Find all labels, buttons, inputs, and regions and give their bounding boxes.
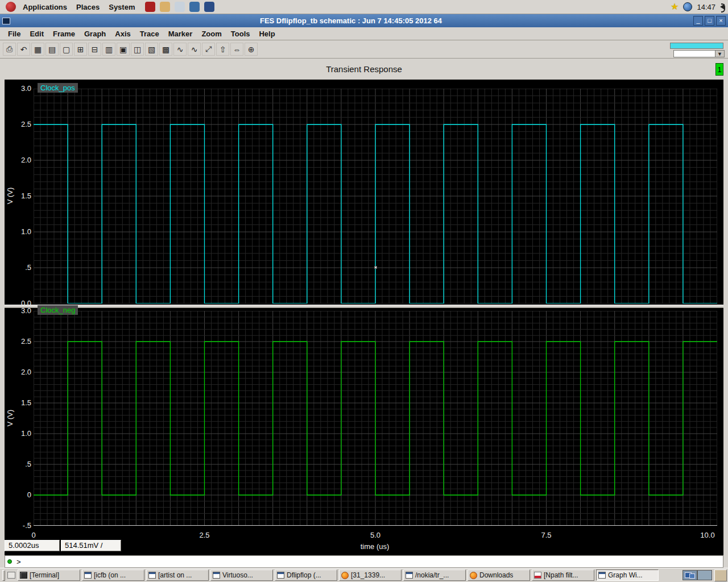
task-button-label: [Npath filt... bbox=[544, 571, 578, 579]
major-grid-icon[interactable]: ▦ bbox=[31, 43, 44, 56]
panel-menu-places[interactable]: Places bbox=[72, 2, 104, 13]
window-titlebar[interactable]: FES Dflipflop_tb schematic : Jun 7 14:45… bbox=[0, 14, 728, 27]
task-button-label: [icfb (on ... bbox=[94, 571, 126, 579]
workspace-2[interactable] bbox=[697, 570, 712, 580]
subplot-separator bbox=[5, 305, 723, 308]
volume-icon[interactable] bbox=[720, 4, 725, 10]
task-button[interactable]: /nokia/tr_... bbox=[403, 569, 466, 581]
stack-icon[interactable]: ▧ bbox=[145, 43, 158, 56]
task-button[interactable]: [icfb (on ... bbox=[82, 569, 144, 581]
menu-tools[interactable]: Tools bbox=[226, 28, 255, 39]
notes-launcher-icon[interactable] bbox=[175, 2, 185, 12]
taskbar-end-box[interactable] bbox=[714, 569, 727, 581]
y-tick-label: 1.5 bbox=[6, 192, 31, 201]
window-list-icon bbox=[7, 572, 15, 579]
task-button[interactable]: [artist on ... bbox=[146, 569, 209, 581]
y-tick-label: 1.0 bbox=[6, 429, 31, 438]
zoom-fit-icon[interactable]: ⤢ bbox=[202, 43, 215, 56]
task-button-label: Dflipflop (... bbox=[287, 571, 321, 579]
menu-zoom[interactable]: Zoom bbox=[197, 28, 226, 39]
task-button[interactable]: [Terminal] bbox=[18, 569, 80, 581]
menu-trace[interactable]: Trace bbox=[135, 28, 164, 39]
mouse-cursor bbox=[374, 266, 377, 269]
progress-bar bbox=[670, 43, 723, 49]
clock-pos-trace[interactable] bbox=[34, 124, 717, 304]
minimize-button[interactable]: _ bbox=[693, 16, 703, 26]
task-button-label: Downloads bbox=[479, 571, 513, 579]
trace-label-clock-neg[interactable]: Clock_neg bbox=[38, 305, 78, 315]
menu-edit[interactable]: Edit bbox=[25, 28, 48, 39]
task-button[interactable]: Dflipflop (... bbox=[275, 569, 337, 581]
x-tick-label: 7.5 bbox=[531, 531, 562, 539]
panel-menu-system[interactable]: System bbox=[104, 2, 139, 13]
desktop: ApplicationsPlacesSystem ★ 14:47 FES Dfl… bbox=[0, 0, 728, 582]
panel-clock[interactable]: 14:47 bbox=[697, 3, 715, 11]
strip-chart-icon[interactable]: ▥ bbox=[102, 43, 115, 56]
overlay-icon[interactable]: ▣ bbox=[117, 43, 130, 56]
workspace-icon[interactable]: ▢ bbox=[60, 43, 73, 56]
task-button[interactable]: Graph Wi... bbox=[596, 569, 659, 581]
window-icon bbox=[213, 572, 220, 579]
task-buttons: [Terminal][icfb (on ...[artist on ...Vir… bbox=[18, 569, 660, 581]
new-window-icon[interactable]: ⊞ bbox=[74, 43, 87, 56]
x-axis-label: time (us) bbox=[329, 542, 420, 551]
star-icon[interactable]: ★ bbox=[671, 2, 679, 11]
menu-axis[interactable]: Axis bbox=[110, 28, 135, 39]
zoom-combo[interactable]: ▼ bbox=[670, 50, 725, 57]
panel-menus: ApplicationsPlacesSystem bbox=[18, 2, 139, 13]
task-button[interactable]: Downloads bbox=[468, 569, 530, 581]
plot-canvas[interactable]: Clock_pos Clock_neg V (V) V (V) time (us… bbox=[5, 80, 723, 555]
taskbar-handle[interactable] bbox=[2, 570, 5, 581]
panel-tray: ★ 14:47 bbox=[671, 2, 725, 11]
close-button[interactable]: × bbox=[716, 16, 726, 26]
task-button-label: [Terminal] bbox=[30, 571, 59, 579]
y-tick-label: 1.0 bbox=[6, 227, 31, 236]
window-menu-icon[interactable] bbox=[2, 18, 10, 24]
menu-file[interactable]: File bbox=[3, 28, 25, 39]
office-launcher-icon[interactable] bbox=[189, 2, 200, 12]
y-tick-label: 2.5 bbox=[6, 337, 31, 346]
print-icon[interactable]: ⎙ bbox=[3, 43, 16, 56]
trace-light-icon[interactable]: ∿ bbox=[188, 43, 201, 56]
table-view-icon[interactable]: ▩ bbox=[159, 43, 172, 56]
task-button[interactable]: [Npath filt... bbox=[532, 569, 594, 581]
command-input[interactable]: > bbox=[5, 555, 723, 568]
bluetooth-icon[interactable] bbox=[683, 2, 692, 11]
minor-grid-icon[interactable]: ▤ bbox=[46, 43, 59, 56]
clock-neg-subplot[interactable] bbox=[34, 311, 717, 526]
redhat-menu-icon[interactable] bbox=[6, 2, 16, 12]
trace-label-clock-pos[interactable]: Clock_pos bbox=[38, 83, 78, 93]
firefox-icon bbox=[341, 572, 349, 579]
menu-frame[interactable]: Frame bbox=[48, 28, 80, 39]
split-vertical-icon[interactable]: ◫ bbox=[131, 43, 144, 56]
panel-menu-applications[interactable]: Applications bbox=[18, 2, 72, 13]
task-button[interactable]: [31_1339... bbox=[339, 569, 402, 581]
crosshair-icon[interactable]: ⊕ bbox=[245, 43, 258, 56]
clock-neg-trace[interactable] bbox=[34, 342, 717, 495]
window-title: FES Dflipflop_tb schematic : Jun 7 14:45… bbox=[10, 16, 692, 25]
combo-field[interactable] bbox=[673, 50, 715, 57]
task-button-label: [31_1339... bbox=[351, 571, 385, 579]
workspace-1[interactable] bbox=[682, 570, 697, 580]
chevron-down-icon[interactable]: ▼ bbox=[715, 50, 725, 57]
maximize-button[interactable]: □ bbox=[705, 16, 714, 26]
subwindow-icon[interactable]: ⊟ bbox=[88, 43, 101, 56]
toolbar: ▼ ⎙↶▦▤▢⊞⊟▥▣◫▧▩∿∿⤢⇧⇔⊕ bbox=[0, 40, 728, 59]
menu-graph[interactable]: Graph bbox=[80, 28, 110, 39]
menu-help[interactable]: Help bbox=[254, 28, 279, 39]
x-tick-label: 0 bbox=[18, 531, 49, 539]
menu-marker[interactable]: Marker bbox=[164, 28, 197, 39]
x-tick-label: 5.0 bbox=[359, 531, 391, 539]
task-button-label: Virtuoso... bbox=[222, 571, 253, 579]
trace-dark-icon[interactable]: ∿ bbox=[173, 43, 187, 56]
pan-horizontal-icon[interactable]: ⇔ bbox=[230, 43, 243, 56]
clock-pos-subplot[interactable] bbox=[34, 89, 717, 304]
task-button-label: Graph Wi... bbox=[608, 571, 643, 579]
browser-launcher-icon[interactable] bbox=[145, 2, 155, 12]
y-tick-label: 2.5 bbox=[6, 120, 31, 129]
pan-vertical-icon[interactable]: ⇧ bbox=[216, 43, 229, 56]
undo-icon[interactable]: ↶ bbox=[17, 43, 30, 56]
email-launcher-icon[interactable] bbox=[160, 2, 170, 12]
draw-launcher-icon[interactable] bbox=[204, 2, 214, 12]
task-button[interactable]: Virtuoso... bbox=[210, 569, 273, 581]
